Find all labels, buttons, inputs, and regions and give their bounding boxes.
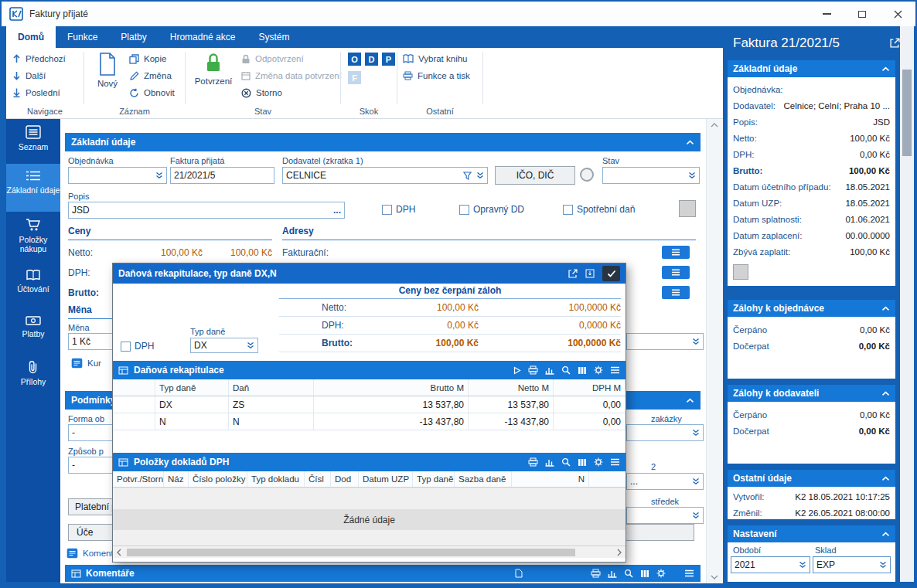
- opravny-dd-checkbox[interactable]: Opravný DD: [459, 204, 524, 215]
- color-indicator-button[interactable]: [733, 264, 748, 280]
- scroll-right-icon[interactable]: [617, 549, 622, 556]
- gear-icon[interactable]: [656, 569, 666, 578]
- scroll-up-icon[interactable]: [711, 123, 718, 127]
- objednavka-combo[interactable]: [68, 167, 167, 184]
- modal-dph-checkbox[interactable]: DPH: [121, 341, 154, 352]
- minimize-button[interactable]: [809, 2, 844, 26]
- page-icon[interactable]: [515, 569, 523, 578]
- scroll-left-icon[interactable]: [117, 549, 121, 556]
- chart-icon[interactable]: [545, 366, 554, 375]
- menu-icon[interactable]: [610, 366, 620, 374]
- section-header-zakladni-udaje[interactable]: Základní údaje: [65, 133, 701, 151]
- sklad-combo[interactable]: EXP: [813, 556, 891, 573]
- menu-icon[interactable]: [684, 569, 694, 577]
- col-datum-uzp[interactable]: Datum UZP: [359, 471, 413, 487]
- scroll-down-icon[interactable]: [711, 575, 718, 580]
- panel-scrollbar[interactable]: [900, 26, 914, 582]
- jump-o-button[interactable]: O: [348, 53, 361, 66]
- typ-dane-combo[interactable]: DX: [190, 338, 258, 353]
- panel-header-zalohy-objednavce[interactable]: Zálohy k objednávce: [728, 300, 895, 317]
- col-dph-m[interactable]: DPH M: [554, 379, 626, 396]
- panel-header-ostatni[interactable]: Ostatní údaje: [728, 470, 895, 487]
- mena-combo[interactable]: 1 Kč: [68, 333, 113, 350]
- col-sazba-dane[interactable]: Sazba daně: [455, 471, 512, 487]
- dropdown-icon[interactable]: [476, 172, 484, 179]
- sidebar-item-platby[interactable]: Platby: [6, 309, 60, 354]
- gear-icon[interactable]: [594, 457, 603, 467]
- dialog-titlebar[interactable]: Daňová rekapitulace, typ daně DX,N: [113, 263, 626, 284]
- jump-p-button[interactable]: P: [382, 53, 395, 66]
- sidebar-item-uctovani[interactable]: Účtování: [6, 263, 60, 309]
- search-icon[interactable]: [561, 365, 571, 375]
- panel-header-zakladni[interactable]: Základní údaje: [728, 60, 895, 77]
- chart-icon[interactable]: [545, 458, 554, 467]
- ico-dic-button[interactable]: IČO, DIČ: [495, 166, 575, 185]
- col-potvr-storno[interactable]: Potvr./Storno: [113, 471, 164, 487]
- stredisko-combo[interactable]: [626, 507, 704, 524]
- col-cislo-polozky[interactable]: Číslo položky: [189, 471, 247, 487]
- col-nazev[interactable]: Náz: [164, 471, 189, 487]
- col-dod[interactable]: Dod: [331, 471, 359, 487]
- ribbon-select-book-button[interactable]: Vybrat knihu: [403, 51, 468, 66]
- close-button[interactable]: [880, 2, 915, 26]
- tab-platby[interactable]: Platby: [109, 26, 158, 48]
- kurz-button[interactable]: Kur: [71, 355, 101, 371]
- ribbon-copy-button[interactable]: Kopie: [129, 51, 166, 66]
- panel-header-nastaveni[interactable]: Nastavení: [728, 525, 895, 542]
- address-menu-button-2[interactable]: [662, 266, 690, 279]
- columns-icon[interactable]: [578, 366, 587, 375]
- col-netto-m[interactable]: Netto M: [469, 379, 554, 396]
- ellipsis-button[interactable]: ...: [333, 205, 341, 216]
- maximize-button[interactable]: [844, 2, 880, 26]
- ribbon-storno-button[interactable]: Storno: [241, 85, 282, 100]
- rekap-row-2[interactable]: N N -13 437,80 -13 437,80 0,00: [113, 413, 626, 430]
- stav-combo[interactable]: [602, 167, 700, 184]
- ribbon-refresh-button[interactable]: Obnovit: [129, 85, 175, 100]
- scrollbar-thumb[interactable]: [902, 70, 912, 156]
- sidebar-item-zakladni-udaje[interactable]: Základní údaje: [6, 164, 60, 212]
- search-icon[interactable]: [561, 457, 571, 467]
- dph-checkbox[interactable]: DPH: [382, 204, 415, 215]
- col-dan[interactable]: Daň: [229, 379, 314, 396]
- scrollbar-thumb[interactable]: [127, 549, 575, 556]
- col-n[interactable]: N: [512, 471, 589, 487]
- sidebar-item-polozky-nakupu[interactable]: Položky nákupu: [6, 212, 60, 263]
- filter-icon[interactable]: [463, 172, 472, 180]
- section-header-komentare[interactable]: Komentáře: [65, 565, 701, 582]
- address-menu-button-1[interactable]: [662, 246, 690, 259]
- print-icon[interactable]: [591, 569, 601, 578]
- modal-horizontal-scrollbar[interactable]: [113, 546, 626, 558]
- main-scrollbar[interactable]: [706, 119, 723, 583]
- menu-icon[interactable]: [610, 458, 620, 466]
- tab-domu[interactable]: Domů: [6, 26, 56, 48]
- ribbon-confirm-button[interactable]: Potvrzení: [190, 53, 237, 86]
- status-indicator[interactable]: [580, 168, 594, 182]
- dock-icon[interactable]: [585, 269, 595, 278]
- col-cislo[interactable]: Čísl: [305, 471, 331, 487]
- popis-input[interactable]: JSD ...: [68, 202, 345, 219]
- col-typ-dokladu[interactable]: Typ dokladu: [247, 471, 305, 487]
- sidebar-item-seznam[interactable]: Seznam: [6, 119, 60, 164]
- ribbon-last-button[interactable]: Poslední: [12, 85, 60, 100]
- print-icon[interactable]: [528, 365, 538, 375]
- play-icon[interactable]: [513, 366, 521, 375]
- popout-icon[interactable]: [568, 269, 578, 278]
- gear-icon[interactable]: [594, 365, 603, 375]
- chart-icon[interactable]: [608, 569, 617, 578]
- columns-icon[interactable]: [640, 569, 649, 578]
- columns-icon[interactable]: [578, 458, 587, 467]
- symbol-combo[interactable]: [626, 333, 704, 350]
- zakazka-combo[interactable]: [626, 424, 704, 441]
- tab-funkce[interactable]: Funkce: [56, 26, 109, 48]
- popout-icon[interactable]: [890, 38, 900, 48]
- ribbon-previous-button[interactable]: Předchozí: [12, 51, 66, 66]
- col-brutto-m[interactable]: Brutto M: [314, 379, 469, 396]
- tab-system[interactable]: Systém: [247, 26, 301, 48]
- jump-d-button[interactable]: D: [365, 53, 378, 66]
- search-icon[interactable]: [624, 569, 633, 578]
- col-typ-dane[interactable]: Typ daně: [413, 471, 455, 487]
- rekap-row-1[interactable]: DX ZS 13 537,80 13 537,80 0,00: [113, 396, 626, 413]
- ribbon-functions-print-button[interactable]: Funkce a tisk: [403, 68, 470, 83]
- ribbon-edit-button[interactable]: Změna: [129, 68, 172, 83]
- tab-hromadne-akce[interactable]: Hromadné akce: [159, 26, 247, 48]
